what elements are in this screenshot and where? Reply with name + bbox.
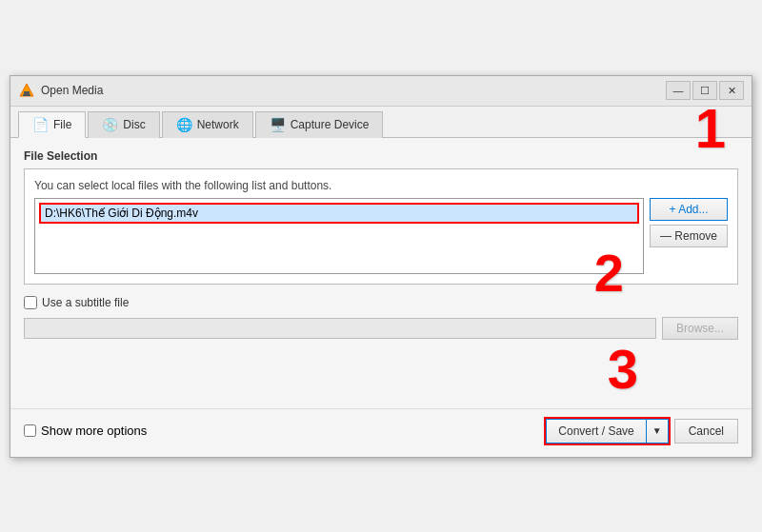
bottom-row: Show more options Convert / Save ▼ Cance… bbox=[24, 417, 738, 445]
network-tab-icon: 🌐 bbox=[176, 117, 192, 132]
bottom-bar: Show more options Convert / Save ▼ Cance… bbox=[10, 408, 752, 457]
file-action-buttons: + Add... — Remove bbox=[650, 198, 728, 274]
app-icon bbox=[18, 82, 35, 99]
tab-network-label: Network bbox=[197, 118, 239, 131]
show-more-checkbox[interactable] bbox=[24, 424, 36, 437]
main-content: File Selection You can select local file… bbox=[10, 138, 752, 408]
file-list-area: D:\HK6\Thế Giới Di Động.m4v + Add... — R… bbox=[34, 198, 728, 274]
tab-file[interactable]: 📄 File bbox=[18, 111, 86, 138]
tab-bar: 📄 File 💿 Disc 🌐 Network 🖥️ Capture Devic… bbox=[10, 107, 752, 138]
capture-tab-icon: 🖥️ bbox=[270, 117, 286, 132]
remove-button[interactable]: — Remove bbox=[650, 225, 728, 247]
tab-capture-label: Capture Device bbox=[291, 118, 370, 131]
close-button[interactable]: ✕ bbox=[719, 81, 744, 100]
subtitle-input-row: Browse... bbox=[24, 317, 738, 340]
window-title: Open Media bbox=[41, 84, 666, 97]
file-path-text: D:\HK6\Thế Giới Di Động.m4v bbox=[45, 207, 198, 220]
action-buttons: Convert / Save ▼ Cancel bbox=[544, 417, 738, 445]
convert-save-dropdown[interactable]: ▼ bbox=[647, 419, 669, 443]
open-media-window: Open Media — ☐ ✕ 📄 File 💿 Disc 🌐 Network bbox=[10, 75, 752, 458]
file-hint-text: You can select local files with the foll… bbox=[34, 179, 728, 192]
subtitle-checkbox-label[interactable]: Use a subtitle file bbox=[24, 296, 129, 309]
browse-button[interactable]: Browse... bbox=[662, 317, 738, 340]
subtitle-checkbox[interactable] bbox=[24, 296, 37, 309]
minimize-button[interactable]: — bbox=[666, 81, 691, 100]
tab-capture[interactable]: 🖥️ Capture Device bbox=[255, 111, 384, 138]
file-selection-label: File Selection bbox=[24, 149, 738, 163]
cancel-button[interactable]: Cancel bbox=[674, 419, 738, 443]
tab-file-label: File bbox=[53, 118, 71, 131]
file-selection-box: You can select local files with the foll… bbox=[24, 168, 738, 285]
subtitle-label-text: Use a subtitle file bbox=[42, 296, 129, 309]
maximize-button[interactable]: ☐ bbox=[692, 81, 717, 100]
subtitle-row: Use a subtitle file bbox=[24, 296, 738, 309]
window-controls: — ☐ ✕ bbox=[666, 81, 744, 100]
file-tab-icon: 📄 bbox=[32, 117, 49, 132]
convert-save-button[interactable]: Convert / Save bbox=[546, 419, 646, 443]
show-more-area: Show more options bbox=[24, 424, 147, 438]
add-button[interactable]: + Add... bbox=[650, 198, 728, 221]
svg-rect-2 bbox=[23, 94, 30, 96]
title-bar: Open Media — ☐ ✕ bbox=[10, 76, 752, 107]
content-spacer bbox=[24, 340, 738, 397]
convert-save-group: Convert / Save ▼ bbox=[544, 417, 670, 445]
subtitle-input[interactable] bbox=[24, 318, 656, 339]
tab-disc[interactable]: 💿 Disc bbox=[88, 111, 159, 138]
file-list: D:\HK6\Thế Giới Di Động.m4v bbox=[34, 198, 644, 274]
disc-tab-icon: 💿 bbox=[102, 117, 118, 132]
list-item[interactable]: D:\HK6\Thế Giới Di Động.m4v bbox=[39, 203, 639, 224]
file-selection-section: File Selection You can select local file… bbox=[24, 149, 738, 285]
tab-network[interactable]: 🌐 Network bbox=[162, 111, 253, 138]
show-more-label: Show more options bbox=[41, 424, 147, 438]
tab-disc-label: Disc bbox=[123, 118, 145, 131]
